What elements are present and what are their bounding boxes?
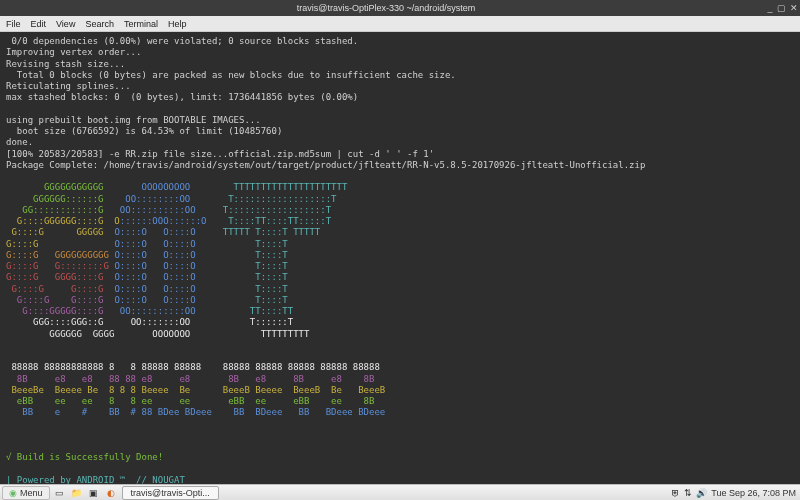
minimize-button[interactable]: _ xyxy=(764,3,776,13)
terminal-line: Total 0 blocks (0 bytes) are packed as n… xyxy=(6,70,456,80)
volume-icon[interactable]: 🔊 xyxy=(696,488,707,498)
shield-icon[interactable]: ⛨ xyxy=(671,488,680,498)
start-menu-button[interactable]: ◉ Menu xyxy=(2,486,50,500)
menu-view[interactable]: View xyxy=(56,19,75,29)
menu-edit[interactable]: Edit xyxy=(31,19,47,29)
taskbar-task[interactable]: travis@travis-Opti... xyxy=(122,486,219,500)
menu-help[interactable]: Help xyxy=(168,19,187,29)
close-button[interactable]: ✕ xyxy=(788,3,800,13)
terminal-line: Improving vertex order... xyxy=(6,47,141,57)
menubar: File Edit View Search Terminal Help xyxy=(0,16,800,32)
menu-file[interactable]: File xyxy=(6,19,21,29)
taskbar-task-label: travis@travis-Opti... xyxy=(131,488,210,498)
window-title: travis@travis-OptiPlex-330 ~/android/sys… xyxy=(297,3,475,13)
terminal-icon[interactable]: ▣ xyxy=(87,486,101,500)
terminal[interactable]: 0/0 dependencies (0.00%) were violated; … xyxy=(0,32,800,484)
terminal-line: Package Complete: /home/travis/android/s… xyxy=(6,160,645,170)
firefox-icon[interactable]: ◐ xyxy=(104,486,118,500)
build-done: √ Build is Successfully Done! xyxy=(6,452,163,462)
show-desktop-icon[interactable]: ▭ xyxy=(53,486,67,500)
terminal-line: Reticulating splines... xyxy=(6,81,131,91)
clock[interactable]: Tue Sep 26, 7:08 PM xyxy=(711,488,796,498)
taskbar: ◉ Menu ▭ 📁 ▣ ◐ travis@travis-Opti... ⛨ ⇅… xyxy=(0,484,800,500)
menu-terminal[interactable]: Terminal xyxy=(124,19,158,29)
terminal-line: done. xyxy=(6,137,33,147)
terminal-line: Revising stash size... xyxy=(6,59,125,69)
menu-search[interactable]: Search xyxy=(85,19,114,29)
system-tray: ⛨ ⇅ 🔊 Tue Sep 26, 7:08 PM xyxy=(671,488,800,498)
terminal-line: using prebuilt boot.img from BOOTABLE IM… xyxy=(6,115,261,125)
files-icon[interactable]: 📁 xyxy=(70,486,84,500)
powered-by: | Powered by ANDROID ™ // NOUGAT xyxy=(6,475,185,484)
mint-icon: ◉ xyxy=(9,488,17,498)
start-menu-label: Menu xyxy=(20,488,43,498)
maximize-button[interactable]: ▢ xyxy=(776,3,788,13)
terminal-line: max stashed blocks: 0 (0 bytes), limit: … xyxy=(6,92,358,102)
window-titlebar: travis@travis-OptiPlex-330 ~/android/sys… xyxy=(0,0,800,16)
terminal-line: [100% 20583/20583] -e RR.zip file size..… xyxy=(6,149,434,159)
terminal-line: boot size (6766592) is 64.53% of limit (… xyxy=(6,126,282,136)
network-icon[interactable]: ⇅ xyxy=(684,488,692,498)
ascii-art-beee: 88888 88888888888 8 8 88888 88888 88888 … xyxy=(6,362,794,418)
ascii-art-got: GGGGGGGGGGG OOOOOOOOO TTTTTTTTTTTTTTTTTT… xyxy=(6,182,794,340)
terminal-line: 0/0 dependencies (0.00%) were violated; … xyxy=(6,36,358,46)
